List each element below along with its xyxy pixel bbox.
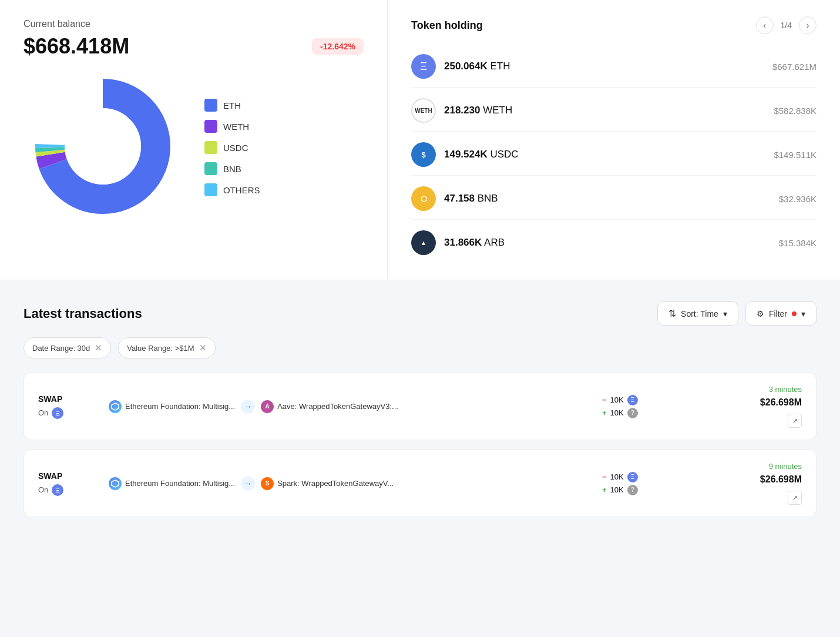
token-title: Token holding (411, 19, 483, 32)
txn-minus-0: − 10K Ξ (602, 395, 708, 405)
token-next-button[interactable]: › (799, 16, 817, 34)
legend-item-usdc: USDC (204, 141, 260, 154)
minus-amount-1: 10K (610, 472, 624, 481)
sort-button[interactable]: ⇅ Sort: Time ▾ (657, 301, 738, 326)
txn-from-addr-0: Ethereum Foundation: Multisig... (125, 402, 235, 411)
sort-chevron-icon: ▾ (723, 309, 727, 318)
txn-right-1: 9 minutes $26.698M ↗ (708, 462, 802, 505)
token-icon-bnb: ⬡ (411, 186, 436, 211)
token-value-arb: $15.384K (779, 238, 817, 248)
txn-from-icon-0 (109, 400, 122, 413)
token-left-weth: WETH 218.230 WETH (411, 98, 512, 123)
txn-addresses-1: Ethereum Foundation: Multisig... → S Spa… (109, 477, 602, 491)
token-icon-usdc: $ (411, 142, 436, 167)
token-value-weth: $582.838K (774, 106, 817, 116)
txn-controls: ⇅ Sort: Time ▾ ⚙ Filter ▾ (657, 301, 817, 326)
txn-from-0: Ethereum Foundation: Multisig... (109, 400, 235, 413)
token-name-eth: 250.064K ETH (444, 61, 510, 72)
balance-panel: Current balance $668.418M -12.642% (0, 0, 388, 280)
token-left-eth: Ξ 250.064K ETH (411, 54, 510, 79)
svg-marker-6 (112, 403, 119, 410)
txn-to-0: A Aave: WrappedTokenGatewayV3:... (261, 400, 398, 413)
plus-sign-1: + (602, 485, 607, 494)
donut-chart (35, 79, 176, 216)
token-name-arb: 31.866K ARB (444, 237, 505, 249)
token-page: 1/4 (781, 21, 792, 30)
legend-item-eth: ETH (204, 99, 260, 112)
svg-marker-7 (112, 480, 119, 487)
filter-tag-date: Date Range: 30d ✕ (23, 337, 111, 358)
txn-title: Latest transactions (23, 306, 142, 321)
legend-item-bnb: BNB (204, 162, 260, 175)
balance-row: $668.418M -12.642% (23, 34, 364, 59)
coin-badge-minus-1: Ξ (627, 472, 638, 482)
question-badge-1: ? (627, 485, 638, 495)
legend-color-others (204, 183, 217, 196)
filter-value-label: Value Range: >$1M (127, 344, 194, 353)
sort-icon: ⇅ (668, 308, 676, 319)
legend-item-weth: WETH (204, 120, 260, 133)
filter-tag-value: Value Range: >$1M ✕ (118, 337, 215, 358)
txn-ext-link-0[interactable]: ↗ (788, 414, 802, 428)
minus-sign-1: − (602, 472, 607, 481)
filter-chevron-icon: ▾ (801, 309, 805, 318)
minus-amount-0: 10K (610, 395, 624, 404)
token-name-weth: 218.230 WETH (444, 105, 512, 116)
token-value-bnb: $32.936K (779, 194, 817, 204)
txn-on-label-0: On (38, 408, 48, 417)
txn-type-col-1: SWAP On Ξ (38, 471, 109, 496)
legend-color-bnb (204, 162, 217, 175)
question-badge-0: ? (627, 408, 638, 418)
txn-plus-1: + 10K ? (602, 485, 708, 495)
txn-type-1: SWAP (38, 471, 109, 481)
token-icon-eth: Ξ (411, 54, 436, 79)
plus-amount-0: 10K (610, 408, 624, 417)
txn-ext-link-1[interactable]: ↗ (788, 491, 802, 505)
legend-color-eth (204, 99, 217, 112)
token-panel: Token holding ‹ 1/4 › Ξ 250.064K ETH $66… (388, 0, 840, 280)
txn-type-0: SWAP (38, 394, 109, 404)
token-left-bnb: ⬡ 47.158 BNB (411, 186, 498, 211)
token-left-arb: ▲ 31.866K ARB (411, 230, 505, 255)
filter-date-label: Date Range: 30d (32, 344, 90, 353)
txn-from-icon-1 (109, 477, 122, 490)
legend-color-usdc (204, 141, 217, 154)
txn-chain-icon-1: Ξ (52, 484, 63, 496)
token-row-eth: Ξ 250.064K ETH $667.621M (411, 46, 817, 88)
minus-sign-0: − (602, 395, 607, 404)
filter-value-remove[interactable]: ✕ (199, 343, 207, 353)
token-row-arb: ▲ 31.866K ARB $15.384K (411, 222, 817, 263)
token-header: Token holding ‹ 1/4 › (411, 16, 817, 34)
filter-date-remove[interactable]: ✕ (95, 343, 102, 353)
txn-time-0: 3 minutes (769, 385, 802, 394)
txn-chain-icon-0: Ξ (52, 407, 63, 419)
token-row-weth: WETH 218.230 WETH $582.838K (411, 90, 817, 132)
txn-time-1: 9 minutes (769, 462, 802, 471)
txn-to-icon-0: A (261, 400, 274, 413)
token-value-eth: $667.621M (772, 62, 817, 72)
legend-label-usdc: USDC (223, 143, 248, 153)
txn-arrow-icon-0: → (241, 400, 255, 414)
txn-list: SWAP On Ξ Ethereum Foundation: Multisig.… (23, 373, 817, 527)
filter-icon: ⚙ (757, 309, 764, 318)
token-row-usdc: $ 149.524K USDC $149.511K (411, 134, 817, 176)
chart-legend: ETH WETH USDC BNB OTHERS (204, 99, 260, 196)
txn-to-addr-1: Spark: WrappedTokenGatewayV... (277, 479, 394, 488)
filter-button[interactable]: ⚙ Filter ▾ (745, 301, 817, 326)
txn-arrow-icon-1: → (241, 477, 255, 491)
token-name-bnb: 47.158 BNB (444, 193, 498, 204)
legend-label-bnb: BNB (223, 164, 241, 174)
txn-to-icon-1: S (261, 477, 274, 490)
txn-from-1: Ethereum Foundation: Multisig... (109, 477, 235, 490)
txn-amounts-1: − 10K Ξ + 10K ? (602, 472, 708, 495)
plus-amount-1: 10K (610, 485, 624, 494)
token-value-usdc: $149.511K (774, 150, 817, 160)
token-left-usdc: $ 149.524K USDC (411, 142, 519, 167)
legend-label-others: OTHERS (223, 185, 260, 195)
txn-addresses-0: Ethereum Foundation: Multisig... → A Aav… (109, 400, 602, 414)
token-list: Ξ 250.064K ETH $667.621M WETH 218.230 WE… (411, 46, 817, 263)
txn-from-addr-1: Ethereum Foundation: Multisig... (125, 479, 235, 488)
txn-right-0: 3 minutes $26.698M ↗ (708, 385, 802, 428)
token-prev-button[interactable]: ‹ (756, 16, 774, 34)
token-row-bnb: ⬡ 47.158 BNB $32.936K (411, 178, 817, 220)
